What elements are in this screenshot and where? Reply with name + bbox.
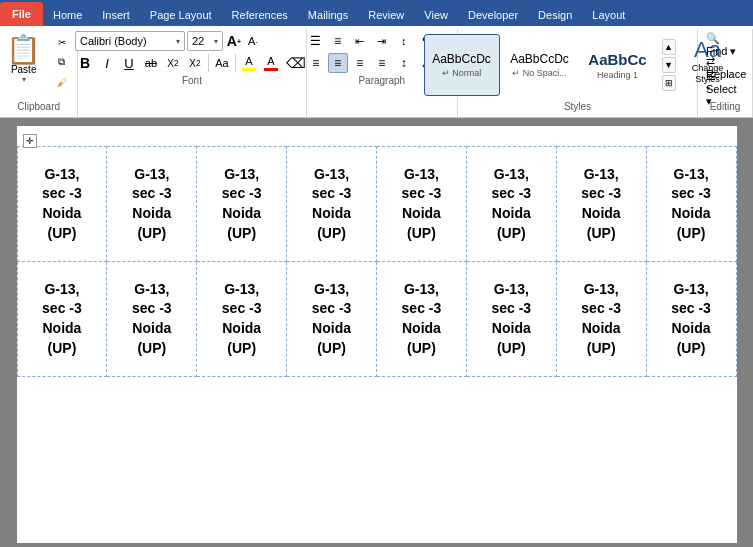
sort-button[interactable]: ↕ — [394, 31, 414, 51]
font-size-controls: A+ A- — [225, 31, 262, 51]
styles-scroll-down[interactable]: ▼ — [662, 57, 676, 73]
font-name-selector[interactable]: Calibri (Body) ▾ — [75, 31, 185, 51]
table-cell[interactable]: G-13,sec -3Noida(UP) — [646, 262, 736, 377]
cell-text: G-13,sec -3Noida(UP) — [402, 166, 442, 241]
table-cell[interactable]: G-13,sec -3Noida(UP) — [287, 262, 377, 377]
font-shrink-button[interactable]: A- — [244, 31, 262, 51]
clipboard-label: Clipboard — [17, 101, 60, 115]
find-button[interactable]: 🔍 Find ▾ — [702, 35, 748, 55]
strikethrough-button[interactable]: ab — [141, 53, 161, 73]
cell-text: G-13,sec -3Noida(UP) — [42, 166, 82, 241]
font-size-selector[interactable]: 22 ▾ — [187, 31, 223, 51]
table-cell[interactable]: G-13,sec -3Noida(UP) — [17, 147, 107, 262]
no-spacing-label: ↵ No Spaci... — [512, 68, 567, 78]
table-cell[interactable]: G-13,sec -3Noida(UP) — [377, 147, 467, 262]
editing-group: 🔍 Find ▾ ⇄ Replace ☰ Select ▾ Editing — [698, 29, 753, 117]
select-button[interactable]: ☰ Select ▾ — [702, 79, 748, 99]
font-group: Calibri (Body) ▾ 22 ▾ A+ A- B I U ab X2 … — [78, 29, 306, 117]
styles-content: AaBbCcDc ↵ Normal AaBbCcDc ↵ No Spaci...… — [422, 32, 658, 98]
tab-home[interactable]: Home — [43, 4, 92, 26]
tab-layout[interactable]: Layout — [582, 4, 635, 26]
table-cell[interactable]: G-13,sec -3Noida(UP) — [466, 262, 556, 377]
underline-button[interactable]: U — [119, 53, 139, 73]
bold-button[interactable]: B — [75, 53, 95, 73]
ordered-list-button[interactable]: ≡ — [328, 31, 348, 51]
tab-developer[interactable]: Developer — [458, 4, 528, 26]
tab-page-layout[interactable]: Page Layout — [140, 4, 222, 26]
table-cell[interactable]: G-13,sec -3Noida(UP) — [107, 147, 197, 262]
font-name-row: Calibri (Body) ▾ 22 ▾ A+ A- — [75, 31, 309, 51]
style-normal[interactable]: AaBbCcDc ↵ Normal — [424, 34, 500, 96]
justify-button[interactable]: ≡ — [372, 53, 392, 73]
tab-design[interactable]: Design — [528, 4, 582, 26]
table-cell[interactable]: G-13,sec -3Noida(UP) — [197, 262, 287, 377]
tab-view[interactable]: View — [414, 4, 458, 26]
ribbon: 📋 Paste ▾ ✂ ⧉ 🖌 Clipboard Calibri (Body)… — [0, 26, 753, 118]
format-painter-button[interactable]: 🖌 — [48, 73, 76, 91]
copy-button[interactable]: ⧉ — [48, 53, 76, 71]
paste-dropdown-arrow: ▾ — [22, 75, 26, 84]
decrease-indent-button[interactable]: ⇤ — [350, 31, 370, 51]
table-cell[interactable]: G-13,sec -3Noida(UP) — [377, 262, 467, 377]
text-highlight-button[interactable]: A — [239, 53, 259, 73]
cell-text: G-13,sec -3Noida(UP) — [42, 281, 82, 356]
font-content: Calibri (Body) ▾ 22 ▾ A+ A- B I U ab X2 … — [75, 31, 309, 73]
tab-review[interactable]: Review — [358, 4, 414, 26]
line-spacing-button[interactable]: ↕ — [394, 53, 414, 73]
tab-references[interactable]: References — [222, 4, 298, 26]
table-cell[interactable]: G-13,sec -3Noida(UP) — [556, 147, 646, 262]
superscript-button[interactable]: X2 — [185, 53, 205, 73]
cell-text: G-13,sec -3Noida(UP) — [222, 166, 262, 241]
table-row: G-13,sec -3Noida(UP) G-13,sec -3Noida(UP… — [17, 262, 736, 377]
change-case-button[interactable]: Aa — [212, 53, 232, 73]
paragraph-label: Paragraph — [358, 75, 405, 89]
cell-text: G-13,sec -3Noida(UP) — [671, 281, 711, 356]
font-color-button[interactable]: A — [261, 53, 281, 73]
align-center-button[interactable]: ≡ — [328, 53, 348, 73]
style-no-spacing[interactable]: AaBbCcDc ↵ No Spaci... — [502, 34, 578, 96]
cut-button[interactable]: ✂ — [48, 33, 76, 51]
styles-scroll: ▲ ▼ ⊞ — [660, 37, 678, 93]
table-cell[interactable]: G-13,sec -3Noida(UP) — [466, 147, 556, 262]
ribbon-tabs: File Home Insert Page Layout References … — [0, 0, 753, 26]
cell-text: G-13,sec -3Noida(UP) — [312, 166, 352, 241]
style-heading1[interactable]: AaBbCc Heading 1 — [580, 34, 656, 96]
tab-insert[interactable]: Insert — [92, 4, 140, 26]
table-cell[interactable]: G-13,sec -3Noida(UP) — [197, 147, 287, 262]
tab-file[interactable]: File — [0, 2, 43, 26]
cell-text: G-13,sec -3Noida(UP) — [132, 281, 172, 356]
tab-mailings[interactable]: Mailings — [298, 4, 358, 26]
clipboard-content: 📋 Paste ▾ ✂ ⧉ 🖌 — [2, 31, 76, 99]
highlight-icon: A — [245, 55, 252, 67]
cell-text: G-13,sec -3Noida(UP) — [581, 166, 621, 241]
styles-scroll-up[interactable]: ▲ — [662, 39, 676, 55]
italic-button[interactable]: I — [97, 53, 117, 73]
cell-text: G-13,sec -3Noida(UP) — [222, 281, 262, 356]
normal-label: ↵ Normal — [442, 68, 482, 78]
table-cell[interactable]: G-13,sec -3Noida(UP) — [287, 147, 377, 262]
subscript-button[interactable]: X2 — [163, 53, 183, 73]
font-grow-button[interactable]: A+ — [225, 31, 243, 51]
highlight-color — [242, 68, 256, 71]
clipboard-group: 📋 Paste ▾ ✂ ⧉ 🖌 Clipboard — [0, 29, 78, 117]
unordered-list-button[interactable]: ☰ — [306, 31, 326, 51]
table-cell[interactable]: G-13,sec -3Noida(UP) — [17, 262, 107, 377]
styles-expand[interactable]: ⊞ — [662, 75, 676, 91]
font-size-arrow: ▾ — [214, 37, 218, 46]
document-table: G-13,sec -3Noida(UP) G-13,sec -3Noida(UP… — [17, 146, 737, 377]
cell-text: G-13,sec -3Noida(UP) — [491, 166, 531, 241]
table-cell[interactable]: G-13,sec -3Noida(UP) — [107, 262, 197, 377]
heading1-preview: AaBbCc — [588, 51, 646, 68]
font-color-icon: A — [267, 55, 274, 67]
font-format-row: B I U ab X2 X2 Aa A A ⌫ — [75, 53, 309, 73]
document-page[interactable]: ✛ G-13,sec -3Noida(UP) G-13,sec -3Noida(… — [17, 126, 737, 543]
font-color-indicator — [264, 68, 278, 71]
table-cell[interactable]: G-13,sec -3Noida(UP) — [556, 262, 646, 377]
table-cell[interactable]: G-13,sec -3Noida(UP) — [646, 147, 736, 262]
align-right-button[interactable]: ≡ — [350, 53, 370, 73]
table-move-handle[interactable]: ✛ — [23, 134, 37, 148]
increase-indent-button[interactable]: ⇥ — [372, 31, 392, 51]
paste-button[interactable]: 📋 Paste ▾ — [2, 31, 46, 89]
align-left-button[interactable]: ≡ — [306, 53, 326, 73]
no-spacing-preview: AaBbCcDc — [510, 52, 569, 66]
